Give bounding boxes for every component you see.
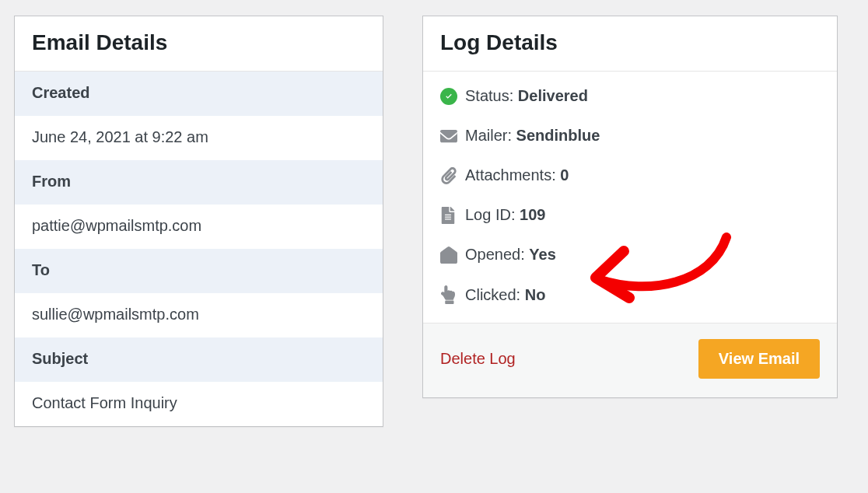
log-details-list: Status: Delivered Mailer: Sendinblue <box>423 72 837 323</box>
envelope-open-icon <box>440 247 465 264</box>
log-opened-text: Opened: Yes <box>465 246 556 264</box>
subject-value: Contact Form Inquiry <box>15 382 383 426</box>
paperclip-icon <box>440 167 465 184</box>
log-clicked-label: Clicked: <box>465 286 520 303</box>
view-email-button[interactable]: View Email <box>698 339 820 379</box>
log-status-label: Status: <box>465 87 513 104</box>
log-attachments-value: 0 <box>560 166 569 184</box>
log-item-attachments: Attachments: 0 <box>423 156 837 195</box>
log-clicked-text: Clicked: No <box>465 286 545 304</box>
email-details-title: Email Details <box>15 16 383 72</box>
log-details-panel: Log Details Status: Delivered Ma <box>422 16 838 398</box>
log-status-value: Delivered <box>518 87 588 104</box>
log-item-clicked: Clicked: No <box>423 274 837 315</box>
email-details-panel: Email Details Created June 24, 2021 at 9… <box>14 16 383 427</box>
from-value: pattie@wpmailsmtp.com <box>15 205 383 249</box>
log-status-text: Status: Delivered <box>465 87 588 105</box>
log-item-opened: Opened: Yes <box>423 235 837 274</box>
log-item-status: Status: Delivered <box>423 76 837 116</box>
check-circle-icon <box>440 88 465 105</box>
envelope-icon <box>440 128 465 145</box>
log-logid-value: 109 <box>520 206 545 223</box>
log-mailer-value: Sendinblue <box>516 127 600 144</box>
log-details-title: Log Details <box>423 16 837 72</box>
created-value: June 24, 2021 at 9:22 am <box>15 116 383 160</box>
log-attachments-text: Attachments: 0 <box>465 166 569 184</box>
from-label: From <box>15 160 383 205</box>
log-opened-value: Yes <box>529 246 555 263</box>
subject-label: Subject <box>15 337 383 382</box>
to-label: To <box>15 249 383 293</box>
to-value: sullie@wpmailsmtp.com <box>15 293 383 337</box>
log-opened-label: Opened: <box>465 246 525 263</box>
log-mailer-label: Mailer: <box>465 127 512 144</box>
log-item-mailer: Mailer: Sendinblue <box>423 116 837 156</box>
log-clicked-value: No <box>525 286 546 303</box>
file-icon <box>440 207 465 224</box>
log-item-logid: Log ID: 109 <box>423 195 837 235</box>
log-details-footer: Delete Log View Email <box>423 323 837 397</box>
log-attachments-label: Attachments: <box>465 166 556 184</box>
hand-point-up-icon <box>440 285 465 304</box>
delete-log-button[interactable]: Delete Log <box>440 350 516 368</box>
log-mailer-text: Mailer: Sendinblue <box>465 127 600 145</box>
log-logid-label: Log ID: <box>465 206 515 223</box>
log-logid-text: Log ID: 109 <box>465 206 545 224</box>
created-label: Created <box>15 72 383 116</box>
